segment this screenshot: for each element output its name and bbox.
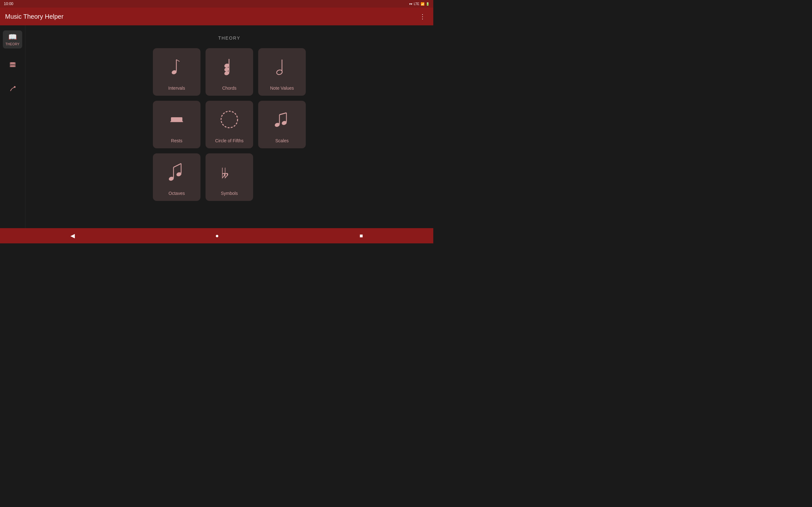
grid-item-note-values[interactable]: Note Values xyxy=(258,48,306,96)
sidebar-label-theory: THEORY xyxy=(5,43,20,46)
book-icon: 📖 xyxy=(8,33,17,41)
tools-icon xyxy=(9,61,16,70)
octaves-icon xyxy=(165,153,188,191)
bottom-nav: ◀ ● ■ xyxy=(0,228,433,243)
intervals-icon xyxy=(167,48,186,86)
svg-line-31 xyxy=(173,164,181,167)
theory-grid: Intervals Chords xyxy=(153,48,306,201)
svg-line-12 xyxy=(176,60,180,61)
sidebar-item-tuner[interactable] xyxy=(7,83,19,97)
overflow-menu-button[interactable]: ⋮ xyxy=(417,11,428,22)
scales-icon xyxy=(271,101,293,138)
sidebar: 📖 THEORY xyxy=(0,25,26,228)
main-content: THEORY Intervals xyxy=(26,25,433,228)
sidebar-item-theory[interactable]: 📖 THEORY xyxy=(3,31,22,49)
sidebar-item-tools[interactable] xyxy=(7,59,19,72)
app-bar: Music Theory Helper ⋮ xyxy=(0,8,433,25)
status-time: 10:00 xyxy=(4,2,13,6)
intervals-label: Intervals xyxy=(168,86,185,91)
svg-point-8 xyxy=(14,87,15,88)
status-bar: 10:00 ▾▾ LTE 📶 🔋 xyxy=(0,0,433,8)
svg-rect-4 xyxy=(10,66,14,67)
grid-item-scales[interactable]: Scales xyxy=(258,101,306,148)
rests-icon xyxy=(167,101,186,138)
svg-line-26 xyxy=(280,113,287,115)
grid-item-chords[interactable]: Chords xyxy=(206,48,253,96)
section-title: THEORY xyxy=(218,36,241,41)
status-icons: ▾▾ LTE 📶 🔋 xyxy=(409,2,429,6)
note-values-icon xyxy=(272,48,292,86)
signal-icon: 📶 xyxy=(420,2,424,6)
symbols-icon: 𝄫 xyxy=(218,153,241,191)
circle-of-fifths-label: Circle of Fifths xyxy=(215,138,243,143)
symbols-label: Symbols xyxy=(221,191,238,196)
octaves-label: Octaves xyxy=(168,191,185,196)
lte-label: LTE xyxy=(414,2,419,6)
svg-point-21 xyxy=(221,111,238,128)
app-title: Music Theory Helper xyxy=(5,13,417,20)
svg-text:𝄫: 𝄫 xyxy=(221,167,229,180)
scales-label: Scales xyxy=(275,138,289,143)
chords-label: Chords xyxy=(222,86,236,91)
grid-item-symbols[interactable]: 𝄫 Symbols xyxy=(206,153,253,201)
grid-item-rests[interactable]: Rests xyxy=(153,101,200,148)
tuner-icon xyxy=(9,85,16,94)
battery-icon: 🔋 xyxy=(426,2,429,6)
home-button[interactable]: ● xyxy=(208,230,226,242)
wifi-icon: ▾▾ xyxy=(409,2,412,6)
note-values-label: Note Values xyxy=(270,86,294,91)
grid-item-octaves[interactable]: Octaves xyxy=(153,153,200,201)
recent-button[interactable]: ■ xyxy=(352,230,370,242)
svg-rect-19 xyxy=(171,117,183,122)
svg-rect-5 xyxy=(9,62,15,63)
grid-item-intervals[interactable]: Intervals xyxy=(153,48,200,96)
grid-item-circle-of-fifths[interactable]: Circle of Fifths xyxy=(206,101,253,148)
circle-of-fifths-icon xyxy=(220,101,239,138)
back-button[interactable]: ◀ xyxy=(63,230,83,242)
rests-label: Rests xyxy=(171,138,183,143)
chords-icon xyxy=(220,48,239,86)
svg-rect-1 xyxy=(9,65,15,66)
